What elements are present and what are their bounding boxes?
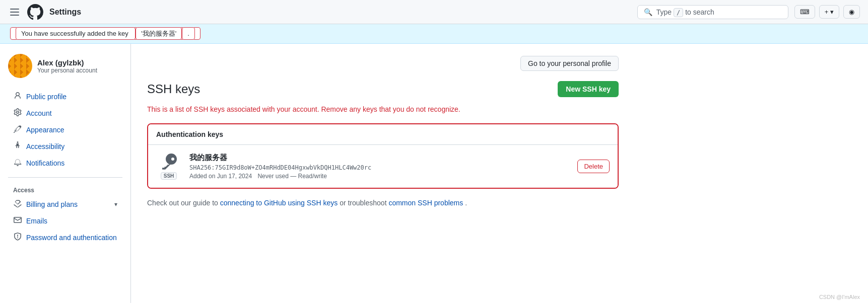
key-details: 我的服务器 SHA256:75GIR9d8oW+ZO4mRHdDE04Hgxwb…	[189, 153, 569, 180]
sidebar-item-billing[interactable]: Billing and plans ▾	[8, 196, 122, 212]
gear-icon	[13, 108, 22, 118]
billing-left: Billing and plans	[13, 199, 78, 209]
mail-icon	[13, 216, 22, 225]
key-icon	[161, 154, 177, 171]
key-fingerprint: SHA256:75GIR9d8oW+ZO4mRHdDE04HgxwbVkDQH1…	[189, 164, 569, 171]
section-header: SSH keys New SSH key	[147, 81, 619, 97]
bell-icon	[13, 158, 22, 168]
search-bar[interactable]: 🔍 Type / to search	[637, 5, 788, 19]
key-usage: Never used — Read/write	[257, 173, 326, 180]
sidebar-item-notifications[interactable]: Notifications	[8, 155, 122, 171]
terminal-button[interactable]: ⌨	[794, 5, 815, 19]
sidebar-label-password: Password and authentication	[26, 234, 117, 242]
ssh-keys-title: SSH keys	[147, 82, 200, 96]
key-added: Added on Jun 17, 2024	[189, 173, 252, 180]
avatar	[8, 54, 32, 78]
chevron-down-icon: ▾	[114, 201, 117, 208]
search-icon: 🔍	[644, 8, 652, 16]
key-name: 我的服务器	[189, 153, 569, 163]
new-ssh-key-button[interactable]: New SSH key	[558, 81, 619, 97]
sidebar-label-notifications: Notifications	[26, 159, 64, 167]
sidebar: Alex (gylzbk) Your personal account Publ…	[0, 44, 131, 303]
user-name: Alex (gylzbk)	[37, 58, 97, 67]
main-content: Go to your personal profile SSH keys New…	[131, 44, 635, 303]
key-meta: Added on Jun 17, 2024 Never used — Read/…	[189, 173, 569, 180]
menu-icon[interactable]	[8, 7, 21, 18]
auth-keys-header: Authentication keys	[148, 124, 618, 145]
key-item: SSH 我的服务器 SHA256:75GIR9d8oW+ZO4mRHdDE04H…	[148, 145, 618, 188]
search-kbd: /	[674, 8, 683, 17]
sidebar-label-account: Account	[26, 109, 52, 117]
sidebar-label-accessibility: Accessibility	[26, 142, 64, 150]
flash-message: You have successfully added the key '我的服…	[0, 24, 868, 44]
accessibility-icon	[13, 141, 22, 151]
search-label: Type / to search	[656, 8, 782, 16]
user-subtitle: Your personal account	[37, 67, 97, 74]
sidebar-item-emails[interactable]: Emails	[8, 212, 122, 229]
sidebar-label-public-profile: Public profile	[26, 93, 66, 101]
sidebar-item-account[interactable]: Account	[8, 105, 122, 121]
sidebar-item-password[interactable]: Password and authentication	[8, 229, 122, 246]
billing-icon	[13, 199, 22, 209]
paintbrush-icon	[13, 125, 22, 134]
sidebar-divider	[8, 177, 122, 178]
access-label: Access	[8, 184, 122, 196]
main-layout: Alex (gylzbk) Your personal account Publ…	[0, 44, 868, 303]
watermark: CSDN @I'mAlex	[819, 294, 860, 300]
sidebar-label-emails: Emails	[26, 217, 47, 225]
user-icon	[13, 92, 22, 101]
sidebar-label-billing: Billing and plans	[26, 200, 78, 208]
go-to-profile-button[interactable]: Go to your personal profile	[520, 56, 619, 71]
new-button[interactable]: + ▾	[819, 5, 839, 19]
key-icon-area: SSH	[156, 154, 181, 180]
guide-link-ssh-keys[interactable]: connecting to GitHub using SSH keys	[220, 199, 338, 207]
guide-link-ssh-problems[interactable]: common SSH problems	[388, 199, 463, 207]
sidebar-item-appearance[interactable]: Appearance	[8, 121, 122, 138]
github-logo	[27, 4, 43, 20]
section-description: This is a list of SSH keys associated wi…	[147, 105, 619, 113]
user-menu[interactable]: ◉	[843, 5, 860, 19]
sidebar-label-appearance: Appearance	[26, 126, 64, 134]
shield-icon	[13, 233, 22, 242]
nav-actions: ⌨ + ▾ ◉	[794, 5, 860, 19]
flash-key-name: You have successfully added the key '我的服…	[10, 27, 201, 40]
page-title: Settings	[49, 8, 81, 17]
guide-text: Check out our guide to connecting to Git…	[147, 199, 619, 207]
auth-keys-box: Authentication keys SSH 我的服务器 SHA256:75G…	[147, 123, 619, 189]
key-type-badge: SSH	[161, 172, 177, 180]
delete-key-button[interactable]: Delete	[577, 160, 610, 173]
sidebar-item-public-profile[interactable]: Public profile	[8, 88, 122, 105]
sidebar-user-info: Alex (gylzbk) Your personal account	[37, 58, 97, 74]
profile-button-row: Go to your personal profile	[147, 56, 619, 71]
sidebar-nav: Public profile Account Appearance Access…	[8, 88, 122, 246]
sidebar-item-accessibility[interactable]: Accessibility	[8, 138, 122, 155]
top-nav: Settings 🔍 Type / to search ⌨ + ▾ ◉	[0, 0, 868, 24]
sidebar-user: Alex (gylzbk) Your personal account	[8, 54, 122, 78]
